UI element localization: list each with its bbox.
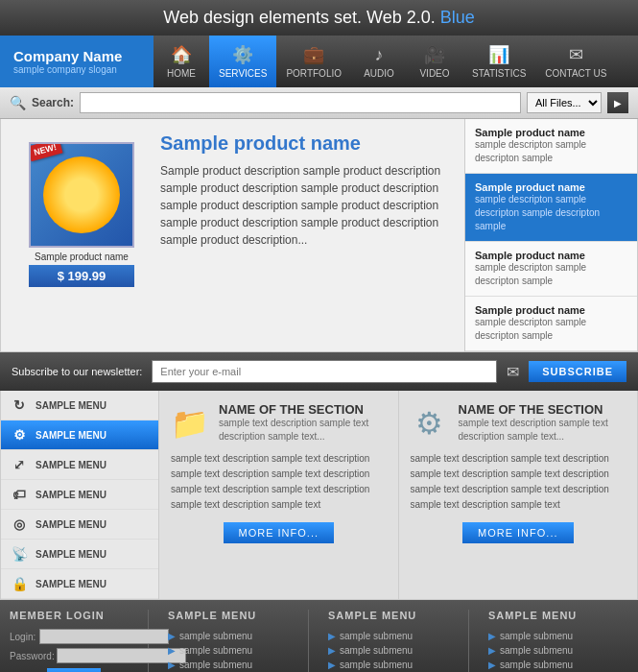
title-text: Web design elements set. Web 2.0. bbox=[163, 8, 436, 27]
nav-item-home[interactable]: 🏠 HOME bbox=[154, 36, 209, 87]
arrow-icon: ▶ bbox=[488, 631, 496, 641]
subscribe-button[interactable]: SUBSCRIBE bbox=[529, 361, 626, 382]
product-sidebar: Sample product name sample descripton sa… bbox=[464, 119, 637, 351]
nav-item-services[interactable]: ⚙️ SERVICES bbox=[209, 36, 276, 87]
menu-icon-7: 🔒 bbox=[11, 576, 28, 591]
more-info-button-2[interactable]: MORE INFO... bbox=[462, 522, 574, 543]
footer-menu-item-1-2[interactable]: ▶sample submenu bbox=[168, 643, 298, 658]
panel-header-1: 📁 NAME OF THE SECTION sample text descri… bbox=[171, 402, 387, 444]
footer-menu-item-3-3[interactable]: ▶sample submenu bbox=[488, 658, 619, 672]
panel-title-1: NAME OF THE SECTION bbox=[219, 402, 387, 417]
arrow-icon: ▶ bbox=[168, 660, 176, 670]
arrow-icon: ▶ bbox=[488, 645, 496, 656]
section-panel-1: 📁 NAME OF THE SECTION sample text descri… bbox=[159, 391, 399, 599]
newsletter-input[interactable] bbox=[152, 360, 497, 383]
nav-label-audio: AUDIO bbox=[364, 68, 394, 79]
panel-header-text-1: NAME OF THE SECTION sample text descript… bbox=[219, 402, 387, 444]
panel-header-2: ⚙ NAME OF THE SECTION sample text descri… bbox=[411, 402, 626, 444]
portfolio-icon: 💼 bbox=[303, 44, 324, 65]
menu-label-4: SAMPLE MENU bbox=[35, 490, 106, 500]
footer-menu-3: SAMPLE MENU ▶sample submenu ▶sample subm… bbox=[479, 610, 628, 672]
nav-items: 🏠 HOME ⚙️ SERVICES 💼 PORTFOLIO ♪ AUDIO 🎥… bbox=[154, 36, 638, 87]
footer-menu-item-3-1[interactable]: ▶sample submenu bbox=[488, 629, 619, 643]
menu-label-6: SAMPLE MENU bbox=[35, 549, 106, 560]
search-bar: 🔍 Search: All Files... ▶ bbox=[0, 87, 638, 119]
product-description: Sample product description sample produc… bbox=[160, 162, 451, 249]
panel-subtitle-2: sample text description sample text desc… bbox=[459, 417, 626, 444]
menu-icon-2: ⚙ bbox=[11, 427, 28, 443]
section-panel-2: ⚙ NAME OF THE SECTION sample text descri… bbox=[399, 391, 638, 599]
footer-menu-title-3: SAMPLE MENU bbox=[488, 610, 619, 621]
company-name: Company Name bbox=[13, 48, 140, 64]
sidebar-product-name-4: Sample product name bbox=[475, 304, 627, 316]
newsletter-label: Subscribe to our newsletter: bbox=[12, 366, 142, 377]
nav-item-portfolio[interactable]: 💼 PORTFOLIO bbox=[276, 36, 351, 87]
new-badge: NEW! bbox=[29, 142, 62, 161]
gear-icon-big: ⚙ bbox=[411, 404, 449, 443]
nav-label-portfolio: PORTFOLIO bbox=[286, 68, 342, 79]
title-bar: Web design elements set. Web 2.0. Blue bbox=[0, 0, 638, 36]
menu-item-5[interactable]: ◎ SAMPLE MENU bbox=[1, 510, 158, 540]
login-button[interactable]: LOGIN bbox=[47, 668, 101, 672]
sidebar-product-2[interactable]: Sample product name sample descripton sa… bbox=[465, 174, 637, 242]
newsletter-email-icon: ✉ bbox=[507, 363, 519, 381]
menu-label-7: SAMPLE MENU bbox=[35, 579, 106, 589]
nav-label-services: SERVICES bbox=[219, 68, 267, 79]
section-panels: 📁 NAME OF THE SECTION sample text descri… bbox=[159, 391, 637, 599]
menu-item-3[interactable]: ⤢ SAMPLE MENU bbox=[1, 450, 158, 480]
video-icon: 🎥 bbox=[424, 44, 445, 65]
sidebar-product-name-2: Sample product name bbox=[475, 181, 627, 193]
menu-icon-4: 🏷 bbox=[11, 487, 28, 502]
search-select[interactable]: All Files... bbox=[527, 92, 602, 113]
menu-item-6[interactable]: 📡 SAMPLE MENU bbox=[1, 540, 158, 569]
sidebar-product-1[interactable]: Sample product name sample descripton sa… bbox=[465, 119, 637, 174]
arrow-icon: ▶ bbox=[328, 631, 336, 641]
nav-bar: Company Name sample company slogan 🏠 HOM… bbox=[0, 36, 638, 87]
footer-menu-item-1-3[interactable]: ▶sample submenu bbox=[168, 658, 298, 672]
menu-item-2[interactable]: ⚙ SAMPLE MENU bbox=[1, 420, 158, 450]
nav-item-audio[interactable]: ♪ AUDIO bbox=[351, 36, 407, 87]
password-label: Password: bbox=[10, 651, 53, 661]
nav-logo[interactable]: Company Name sample company slogan bbox=[0, 36, 154, 87]
nav-label-video: VIDEO bbox=[419, 68, 449, 79]
audio-icon: ♪ bbox=[375, 45, 384, 65]
password-row: Password: bbox=[10, 648, 138, 663]
more-info-button-1[interactable]: MORE INFO... bbox=[224, 522, 335, 543]
product-section: NEW! Sample product name $ 199.99 Sample… bbox=[1, 119, 464, 351]
footer-menu-title-1: SAMPLE MENU bbox=[168, 610, 298, 621]
search-icon: 🔍 bbox=[10, 95, 26, 110]
panel-title-2: NAME OF THE SECTION bbox=[459, 402, 626, 417]
title-highlight: Blue bbox=[440, 8, 475, 27]
login-input[interactable] bbox=[39, 629, 169, 644]
footer-menu-item-1-1[interactable]: ▶sample submenu bbox=[168, 629, 298, 643]
folder-icon: 📁 bbox=[171, 404, 209, 443]
footer: MEMBER LOGIN Login: Password: LOGIN SAMP… bbox=[0, 600, 638, 672]
search-input[interactable] bbox=[80, 92, 521, 113]
menu-item-4[interactable]: 🏷 SAMPLE MENU bbox=[1, 480, 158, 510]
footer-menu-item-2-1[interactable]: ▶sample submenu bbox=[328, 629, 459, 643]
sidebar-product-3[interactable]: Sample product name sample descripton sa… bbox=[465, 242, 637, 297]
sidebar-product-desc-3: sample descripton sample descripton samp… bbox=[475, 261, 627, 288]
menu-label-1: SAMPLE MENU bbox=[35, 400, 106, 411]
menu-item-7[interactable]: 🔒 SAMPLE MENU bbox=[1, 569, 158, 599]
nav-item-video[interactable]: 🎥 VIDEO bbox=[407, 36, 462, 87]
arrow-icon: ▶ bbox=[168, 645, 176, 656]
footer-menu-item-2-2[interactable]: ▶sample submenu bbox=[328, 643, 459, 658]
left-menu: ↻ SAMPLE MENU ⚙ SAMPLE MENU ⤢ SAMPLE MEN… bbox=[1, 391, 159, 599]
nav-item-statistics[interactable]: 📊 STATISTICS bbox=[462, 36, 535, 87]
bottom-row: ↻ SAMPLE MENU ⚙ SAMPLE MENU ⤢ SAMPLE MEN… bbox=[0, 391, 638, 600]
product-price: $ 199.99 bbox=[29, 265, 134, 287]
newsletter-bar: Subscribe to our newsletter: ✉ SUBSCRIBE bbox=[0, 352, 638, 391]
footer-menu-item-2-3[interactable]: ▶sample submenu bbox=[328, 658, 459, 672]
footer-menu-item-3-2[interactable]: ▶sample submenu bbox=[488, 643, 619, 658]
search-button[interactable]: ▶ bbox=[607, 92, 628, 113]
company-slogan: sample company slogan bbox=[13, 64, 140, 75]
menu-icon-3: ⤢ bbox=[11, 457, 28, 472]
nav-item-contact[interactable]: ✉ CONTACT US bbox=[535, 36, 616, 87]
product-title: Sample product name bbox=[160, 132, 451, 155]
sidebar-product-4[interactable]: Sample product name sample descripton sa… bbox=[465, 297, 637, 351]
menu-item-1[interactable]: ↻ SAMPLE MENU bbox=[1, 391, 158, 420]
menu-icon-5: ◎ bbox=[11, 516, 28, 532]
panel-body-1: sample text description sample text desc… bbox=[171, 451, 387, 513]
arrow-icon: ▶ bbox=[328, 645, 336, 656]
